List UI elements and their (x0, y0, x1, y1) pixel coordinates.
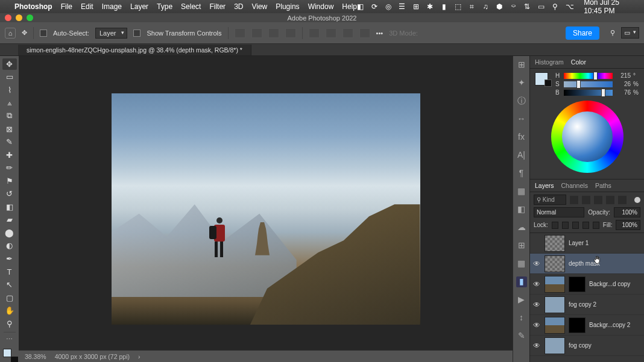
visibility-toggle[interactable]: 👁 (532, 301, 541, 309)
menu-window[interactable]: Window (308, 2, 334, 11)
blur-tool[interactable]: ⬤ (2, 227, 17, 239)
dock-icon[interactable]: ↔ (516, 114, 527, 125)
document-tab[interactable]: simon-english-48nerZQCHgo-unsplash.jpg @… (18, 45, 251, 55)
status-icon[interactable]: ✱ (426, 2, 433, 11)
menu-select[interactable]: Select (181, 2, 201, 11)
layer-mask-thumbnail[interactable] (569, 276, 586, 292)
document-dimensions[interactable]: 4000 px x 3000 px (72 ppi) (55, 353, 130, 360)
visibility-toggle[interactable]: 👁 (532, 321, 541, 329)
lock-image-icon[interactable] (562, 222, 569, 229)
window-zoom-button[interactable] (27, 14, 33, 21)
status-icon[interactable]: ⟳ (371, 2, 377, 11)
lock-artboard-icon[interactable] (582, 222, 589, 229)
control-center-icon[interactable]: ⌥ (566, 2, 574, 11)
layer-row[interactable]: 👁Backgr...copy 2 (530, 315, 644, 335)
distribute-top-button[interactable] (309, 28, 320, 38)
window-close-button[interactable] (5, 14, 11, 21)
bri-value[interactable]: 76 (615, 89, 631, 96)
dock-icon[interactable]: ⓘ (516, 96, 527, 107)
filter-adjust-icon[interactable] (582, 196, 590, 204)
lasso-tool[interactable]: ⌇ (2, 84, 17, 96)
status-icon[interactable]: ⊞ (412, 2, 419, 11)
status-icon[interactable]: ◧ (357, 2, 364, 11)
layer-name[interactable]: Backgr...copy 2 (589, 322, 630, 328)
menu-edit[interactable]: Edit (81, 2, 93, 11)
dock-icon[interactable]: ▦ (516, 186, 527, 197)
frame-tool[interactable]: ⊠ (2, 123, 17, 135)
status-chevron-icon[interactable]: › (138, 353, 140, 360)
dock-icon[interactable]: ⊞ (516, 60, 527, 70)
zoom-level[interactable]: 38.38% (25, 353, 46, 360)
layer-row[interactable]: 👁depth mask (530, 254, 644, 274)
menu-type[interactable]: Type (157, 2, 172, 11)
shape-tool[interactable]: ▢ (2, 292, 17, 304)
menu-plugins[interactable]: Plugins (276, 2, 299, 11)
lock-transparency-icon[interactable] (552, 222, 558, 229)
dock-icon[interactable]: ◧ (516, 204, 527, 215)
layers-tab[interactable]: Layers (535, 182, 554, 189)
menu-filter[interactable]: Filter (209, 2, 226, 11)
layer-name[interactable]: Layer 1 (569, 240, 589, 246)
status-icon[interactable]: ◎ (385, 2, 391, 11)
filter-toggle[interactable] (634, 197, 640, 203)
distribute-v-button[interactable] (326, 28, 336, 38)
layer-row[interactable]: 👁fog copy (530, 335, 644, 356)
fill-value[interactable]: 100% (616, 220, 640, 230)
auto-select-checkbox[interactable] (40, 30, 47, 37)
window-minimize-button[interactable] (16, 14, 22, 21)
more-align-button[interactable] (285, 28, 296, 38)
background-swatch[interactable] (545, 80, 552, 87)
dock-icon[interactable]: ⊞ (516, 240, 527, 251)
dock-icon[interactable]: fx (516, 132, 527, 143)
menu-file[interactable]: File (61, 2, 72, 11)
hand-tool[interactable]: ✋ (2, 305, 17, 316)
color-tab[interactable]: Color (571, 58, 586, 66)
foreground-color-swatch[interactable] (3, 349, 11, 357)
align-center-button[interactable] (251, 28, 262, 38)
histogram-tab[interactable]: Histogram (535, 58, 564, 66)
menu-view[interactable]: View (251, 2, 267, 11)
more-options-icon[interactable]: ••• (376, 30, 384, 37)
layer-thumbnail[interactable] (545, 235, 565, 252)
dock-icon[interactable]: ✎ (516, 331, 527, 342)
dock-icon[interactable]: ✦ (516, 78, 527, 89)
brush-tool[interactable]: ✏ (2, 162, 17, 173)
hue-value[interactable]: 215 (615, 72, 631, 79)
eyedropper-tool[interactable]: ✎ (2, 136, 17, 148)
share-button[interactable]: Share (566, 27, 599, 40)
layer-name[interactable]: Backgr...d copy (589, 281, 630, 287)
distribute-h-button[interactable] (359, 28, 370, 38)
app-menu[interactable]: Photoshop (14, 2, 52, 11)
layer-thumbnail[interactable] (545, 317, 565, 334)
pen-tool[interactable]: ✒ (2, 253, 17, 264)
canvas-area[interactable]: 38.38% 4000 px x 3000 px (72 ppi) › (19, 56, 513, 362)
crop-tool[interactable]: ⧉ (2, 110, 17, 122)
menu-3d[interactable]: 3D (234, 2, 243, 11)
layer-row[interactable]: Layer 1 (530, 233, 644, 254)
status-icon[interactable]: ⌗ (469, 2, 475, 11)
type-tool[interactable]: T (2, 266, 17, 278)
filter-type-icon[interactable] (594, 196, 602, 204)
lock-position-icon[interactable] (572, 222, 579, 229)
layer-row[interactable]: 👁fog copy 2 (530, 295, 644, 315)
search-icon[interactable]: ⚲ (610, 29, 615, 37)
document-canvas[interactable] (112, 93, 420, 325)
eraser-tool[interactable]: ◧ (2, 201, 17, 213)
gradient-tool[interactable]: ▰ (2, 214, 17, 226)
menu-image[interactable]: Image (102, 2, 122, 11)
path-tool[interactable]: ↖ (2, 279, 17, 290)
layer-name[interactable]: fog copy 2 (569, 301, 596, 308)
status-icon[interactable]: ▮ (440, 2, 447, 11)
dock-icon[interactable]: ¶ (516, 168, 527, 179)
menu-layer[interactable]: Layer (130, 2, 148, 11)
dodge-tool[interactable]: ◐ (2, 240, 17, 252)
slider-thumb[interactable] (601, 89, 605, 97)
wifi-icon[interactable]: ⌔ (510, 2, 517, 11)
spotlight-icon[interactable]: ⚲ (552, 2, 558, 11)
history-brush-tool[interactable]: ↺ (2, 188, 17, 199)
paths-tab[interactable]: Paths (595, 182, 611, 189)
zoom-tool[interactable]: ⚲ (2, 318, 17, 329)
dock-icon[interactable]: ▮ (516, 276, 527, 287)
healing-tool[interactable]: ✚ (2, 149, 17, 161)
sat-value[interactable]: 26 (615, 81, 631, 87)
